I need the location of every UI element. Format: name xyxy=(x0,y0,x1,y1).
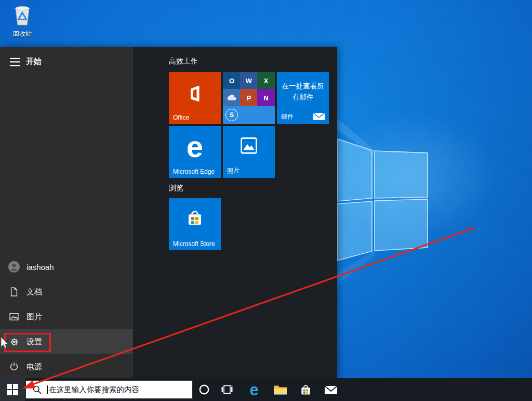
windows-desktop: 回收站 开始 iashoah 文档 图片 xyxy=(0,0,532,401)
outlook-icon: O xyxy=(223,72,241,89)
start-button[interactable] xyxy=(0,378,25,401)
recycle-bin-icon xyxy=(13,4,32,27)
store-taskbar-button[interactable] xyxy=(294,378,317,401)
sidebar-item-settings[interactable]: 设置 xyxy=(0,329,133,354)
start-menu-title: 开始 xyxy=(26,57,42,67)
cortana-button[interactable] xyxy=(193,378,216,401)
tile-photos[interactable]: 照片 xyxy=(223,126,275,178)
mail-envelope-icon xyxy=(313,112,325,120)
office-logo-icon xyxy=(187,84,203,103)
power-icon xyxy=(8,360,20,373)
sidebar-item-label: 设置 xyxy=(26,337,42,347)
edge-icon: e xyxy=(249,382,258,398)
recycle-bin-label: 回收站 xyxy=(5,30,39,38)
file-explorer-button[interactable] xyxy=(269,378,291,401)
sidebar-item-documents[interactable]: 文档 xyxy=(0,279,133,304)
word-icon: W xyxy=(240,72,258,89)
tile-group-header: 高效工作 xyxy=(169,57,198,66)
skype-icon: S xyxy=(223,106,275,124)
tile-office[interactable]: Office xyxy=(169,72,221,124)
windows-logo-icon xyxy=(7,384,18,395)
sidebar-item-label: 图片 xyxy=(26,312,42,322)
sidebar-item-power[interactable]: 电源 xyxy=(0,354,133,379)
cortana-icon xyxy=(198,384,210,395)
sidebar-item-label: 电源 xyxy=(26,362,42,372)
picture-icon xyxy=(8,311,20,323)
mail-tile-caption: 在一处查看所有邮件 xyxy=(278,81,327,102)
sidebar-item-label: 文档 xyxy=(26,287,42,297)
edge-logo-icon: e xyxy=(169,129,221,164)
photos-icon xyxy=(241,137,257,154)
onenote-icon: N xyxy=(257,89,275,107)
start-menu: 开始 iashoah 文档 图片 xyxy=(0,47,337,378)
recycle-bin-shortcut[interactable]: 回收站 xyxy=(5,4,39,38)
user-avatar-icon xyxy=(8,261,20,273)
file-explorer-icon xyxy=(273,384,287,395)
mail-taskbar-button[interactable] xyxy=(320,378,342,401)
mail-icon xyxy=(324,385,338,395)
document-icon xyxy=(8,286,20,298)
onedrive-icon xyxy=(223,89,241,107)
taskbar: 在这里输入你要搜索的内容 e xyxy=(0,378,532,401)
tile-microsoft-edge[interactable]: e Microsoft Edge xyxy=(169,126,221,178)
task-view-button[interactable] xyxy=(216,378,238,401)
tile-office-apps-group[interactable]: O W X P N S xyxy=(223,72,275,124)
tile-microsoft-store[interactable]: Microsoft Store xyxy=(169,198,221,250)
store-icon xyxy=(186,208,204,227)
store-icon xyxy=(300,383,312,396)
sidebar-item-label: iashoah xyxy=(26,263,54,271)
powerpoint-icon: P xyxy=(240,89,258,107)
gear-icon xyxy=(8,335,20,348)
tile-label: Microsoft Store xyxy=(173,240,215,248)
edge-taskbar-button[interactable]: e xyxy=(243,378,265,401)
search-placeholder-text: 在这里输入你要搜索的内容 xyxy=(49,385,139,395)
tile-label: 邮件 xyxy=(281,112,294,121)
search-icon xyxy=(32,385,42,395)
excel-icon: X xyxy=(257,72,275,89)
search-input[interactable]: 在这里输入你要搜索的内容 xyxy=(25,380,193,399)
tile-label: Office xyxy=(173,114,189,121)
tile-group-header: 浏览 xyxy=(169,184,183,193)
text-caret xyxy=(47,385,48,394)
menu-hamburger-icon[interactable] xyxy=(8,56,23,68)
sidebar-item-user[interactable]: iashoah xyxy=(0,254,133,279)
task-view-icon xyxy=(221,383,233,396)
tile-label: 照片 xyxy=(227,166,240,175)
tile-label: Microsoft Edge xyxy=(173,168,215,175)
tile-mail[interactable]: 在一处查看所有邮件 邮件 xyxy=(277,72,329,124)
sidebar-item-pictures[interactable]: 图片 xyxy=(0,304,133,329)
